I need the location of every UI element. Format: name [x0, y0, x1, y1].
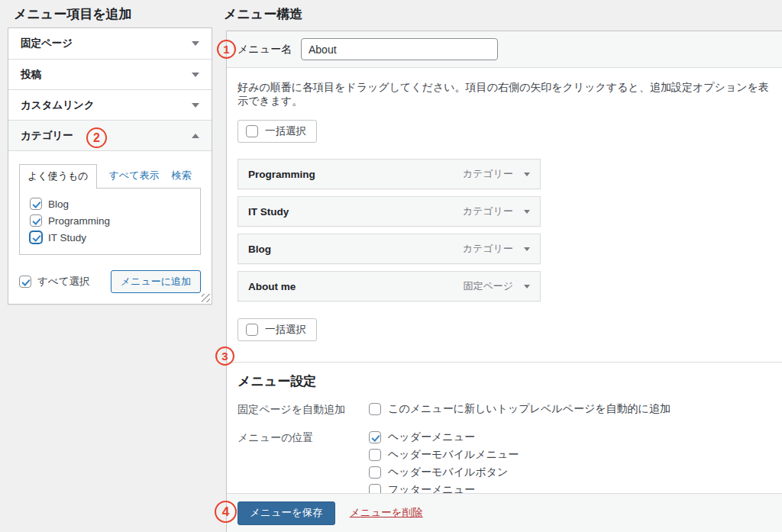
chevron-up-icon	[192, 134, 199, 138]
accordion-item-posts[interactable]: 投稿	[8, 59, 212, 89]
select-all-label: すべて選択	[37, 275, 89, 289]
position-label: ヘッダーモバイルメニュー	[388, 448, 519, 462]
bulk-select-label: 一括選択	[265, 323, 306, 337]
checkbox[interactable]	[30, 231, 42, 243]
accordion-item-label: 投稿	[21, 68, 41, 82]
menu-item-title: Programming	[248, 169, 315, 180]
menu-item-type: 固定ページ	[463, 279, 513, 293]
add-menu-items-title: メニュー項目を追加	[14, 5, 132, 23]
tab-view-all[interactable]: すべて表示	[109, 164, 160, 188]
menu-item-type: カテゴリー	[463, 205, 513, 218]
category-option-label: Programming	[48, 215, 110, 227]
divider	[227, 362, 782, 363]
accordion-item-pages[interactable]: 固定ページ	[8, 28, 212, 59]
delete-menu-link[interactable]: メニューを削除	[350, 506, 423, 520]
menu-name-input[interactable]	[301, 38, 498, 60]
bulk-select-label: 一括選択	[265, 124, 306, 138]
add-menu-items-accordion: 固定ページ 投稿 カスタムリンク カテゴリー よく使うもの すべて表示 検索 B…	[8, 27, 212, 305]
checkbox[interactable]	[246, 125, 258, 137]
chevron-down-icon	[192, 73, 199, 77]
position-label: ヘッダーメニュー	[388, 430, 475, 444]
menu-item-it-study[interactable]: IT Study カテゴリー	[238, 196, 541, 227]
accordion-item-categories[interactable]: カテゴリー	[8, 120, 212, 150]
accordion-item-label: カテゴリー	[21, 129, 73, 143]
accordion-item-label: 固定ページ	[21, 37, 73, 50]
chevron-down-icon	[192, 41, 199, 46]
menu-item-title: IT Study	[248, 206, 289, 218]
category-option-it-study[interactable]: IT Study	[30, 231, 192, 243]
categories-panel: よく使うもの すべて表示 検索 Blog Programming IT Stud…	[8, 150, 212, 304]
category-option-label: Blog	[48, 198, 69, 210]
menu-item-title: Blog	[248, 243, 271, 255]
menu-item-about-me[interactable]: About me 固定ページ	[238, 271, 541, 301]
menu-name-bar: メニュー名	[227, 31, 782, 68]
checkbox[interactable]	[30, 198, 42, 210]
checkbox[interactable]	[369, 466, 381, 479]
chevron-down-icon[interactable]	[524, 247, 530, 251]
select-all-control[interactable]: すべて選択	[19, 275, 89, 289]
chevron-down-icon[interactable]	[524, 285, 530, 289]
save-bar: メニューを保存 メニューを削除	[227, 493, 782, 532]
menu-name-label: メニュー名	[238, 43, 292, 56]
position-header-mobile-menu[interactable]: ヘッダーモバイルメニュー	[369, 448, 541, 462]
menu-item-type: カテゴリー	[463, 242, 513, 256]
auto-add-option[interactable]: このメニューに新しいトップレベルページを自動的に追加	[369, 402, 671, 416]
position-header-menu[interactable]: ヘッダーメニュー	[369, 430, 541, 444]
bulk-select-top[interactable]: 一括選択	[238, 120, 317, 143]
position-label: ヘッダーモバイルボタン	[388, 466, 508, 479]
menu-settings-title: メニュー設定	[238, 372, 773, 390]
menu-item-type: カテゴリー	[463, 167, 513, 181]
menu-items-list: Programming カテゴリー IT Study カテゴリー Blog カテ…	[238, 159, 541, 301]
auto-add-label: 固定ページを自動追加	[238, 402, 369, 420]
menu-structure-panel: メニュー名 好みの順番に各項目をドラッグしてください。項目の右側の矢印をクリック…	[226, 31, 782, 532]
chevron-down-icon	[192, 103, 199, 108]
menu-item-blog[interactable]: Blog カテゴリー	[238, 234, 541, 264]
category-option-blog[interactable]: Blog	[30, 198, 192, 210]
checkbox[interactable]	[369, 431, 381, 443]
checkbox[interactable]	[246, 324, 258, 336]
category-checklist: Blog Programming IT Study	[19, 188, 201, 255]
menu-item-programming[interactable]: Programming カテゴリー	[238, 159, 541, 189]
category-option-programming[interactable]: Programming	[30, 214, 192, 227]
save-menu-button[interactable]: メニューを保存	[238, 501, 335, 525]
bulk-select-bottom[interactable]: 一括選択	[238, 318, 317, 341]
tab-search[interactable]: 検索	[171, 164, 191, 188]
auto-add-option-label: このメニューに新しいトップレベルページを自動的に追加	[388, 402, 671, 416]
checkbox[interactable]	[19, 276, 31, 288]
checkbox[interactable]	[369, 403, 381, 415]
position-header-mobile-button[interactable]: ヘッダーモバイルボタン	[369, 466, 541, 479]
tab-most-used[interactable]: よく使うもの	[19, 164, 97, 189]
resize-handle[interactable]	[202, 294, 210, 302]
menu-item-title: About me	[248, 281, 296, 292]
menu-structure-title: メニュー構造	[224, 5, 302, 23]
drag-instruction-text: 好みの順番に各項目をドラッグしてください。項目の右側の矢印をクリックすると、追加…	[238, 81, 773, 108]
chevron-down-icon[interactable]	[524, 172, 530, 176]
category-option-label: IT Study	[48, 232, 86, 243]
checkbox[interactable]	[30, 214, 42, 227]
add-to-menu-button[interactable]: メニューに追加	[111, 270, 201, 293]
accordion-item-label: カスタムリンク	[21, 98, 95, 112]
categories-tabs: よく使うもの すべて表示 検索	[19, 163, 201, 188]
chevron-down-icon[interactable]	[524, 210, 530, 214]
accordion-item-custom-links[interactable]: カスタムリンク	[8, 89, 212, 120]
checkbox[interactable]	[369, 449, 381, 461]
